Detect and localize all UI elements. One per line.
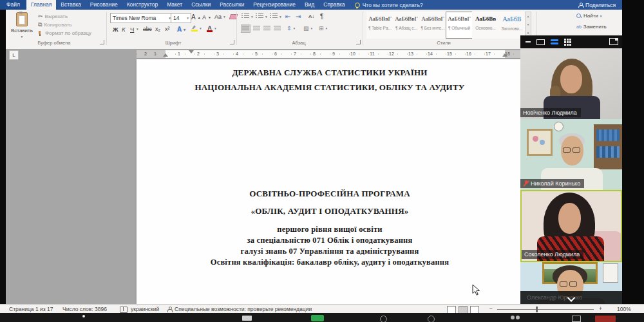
speaker-view-icon[interactable] xyxy=(536,39,545,45)
tab-stop-selector[interactable]: L xyxy=(9,50,19,60)
minimize-icon[interactable] xyxy=(526,41,531,43)
underline-dropdown[interactable]: ▾ xyxy=(137,27,138,31)
taskbar-icon[interactable] xyxy=(511,316,515,319)
borders-button[interactable]: ⊞▾ xyxy=(319,25,327,32)
paste-button[interactable]: Вставить ▾ xyxy=(11,12,33,39)
strikethrough-button[interactable]: abc xyxy=(143,26,152,32)
zoom-slider[interactable] xyxy=(497,309,594,310)
line-spacing-button[interactable]: ⇕▾ xyxy=(287,25,295,32)
styles-gallery-scrollbar[interactable]: ▴▾▾ xyxy=(525,12,531,39)
align-left-button[interactable] xyxy=(242,25,250,32)
doc-heading-2[interactable]: НАЦІОНАЛЬНА АКАДЕМІЯ СТАТИСТИКИ, ОБЛІКУ … xyxy=(137,82,523,93)
page-indicator[interactable]: Страница 1 из 17 xyxy=(9,306,53,312)
taskbar-icon[interactable] xyxy=(242,316,252,321)
cut-button[interactable]: ✂ Вырезать xyxy=(38,14,68,19)
language-indicator[interactable]: украинский xyxy=(131,306,159,312)
taskbar-icon[interactable] xyxy=(572,316,581,322)
doc-heading-1[interactable]: ДЕРЖАВНА СЛУЖБА СТАТИСТИКИ УКРАЇНИ xyxy=(137,68,523,78)
highlight-button[interactable]: ▾ xyxy=(191,25,202,32)
zoom-slider-thumb[interactable] xyxy=(536,307,538,312)
multilevel-list-button[interactable]: ▾ xyxy=(270,14,281,19)
zoom-percentage[interactable]: 100% xyxy=(617,306,631,312)
taskbar-icon[interactable] xyxy=(311,315,324,321)
subscript-button[interactable]: x₂ xyxy=(155,26,160,32)
accessibility-icon[interactable] xyxy=(167,307,172,312)
popout-icon[interactable] xyxy=(609,38,618,45)
font-color-button[interactable]: А▾ xyxy=(207,25,216,32)
superscript-button[interactable]: x² xyxy=(165,26,170,32)
first-line-indent-marker[interactable] xyxy=(189,50,194,53)
align-center-button[interactable] xyxy=(253,26,260,32)
tab-review[interactable]: Рецензирование xyxy=(249,0,300,10)
doc-title-1[interactable]: ОСВІТНЬО-ПРОФЕСІЙНА ПРОГРАМА xyxy=(137,189,523,199)
video-tile-2[interactable]: Николай Коринько xyxy=(520,119,622,190)
justify-button[interactable] xyxy=(274,26,281,32)
doc-line-1[interactable]: першого рівня вищої освіти xyxy=(137,225,523,234)
share-button[interactable]: Поделиться xyxy=(572,0,622,10)
zoom-out-button[interactable]: − xyxy=(489,305,493,312)
decrease-indent-button[interactable]: ⇤ xyxy=(285,13,290,20)
copy-button[interactable]: ⧉ Копировать xyxy=(38,22,72,28)
tab-references[interactable]: Ссылки xyxy=(187,0,215,10)
pilcrow-button[interactable]: ¶ xyxy=(320,13,323,20)
font-size-combo[interactable]: 14▾ xyxy=(171,13,191,23)
video-tile-1[interactable]: Новіченко Людмила xyxy=(520,48,622,119)
sort-button[interactable]: А↓ xyxy=(308,14,314,19)
shading-button[interactable]: ▨▾ xyxy=(303,25,312,32)
horizontal-ruler[interactable]: 21123456789101112131415161718 xyxy=(137,50,523,58)
paragraph-dialog-launcher[interactable] xyxy=(356,40,361,44)
style-card-table[interactable]: АаБбВвГ ¶ Table Pa... xyxy=(366,12,393,39)
font-dialog-launcher[interactable] xyxy=(230,40,234,44)
tab-view[interactable]: Вид xyxy=(300,0,319,10)
proofing-icon[interactable] xyxy=(120,307,128,313)
clipboard-dialog-launcher[interactable] xyxy=(100,40,104,44)
underline-button[interactable]: Ч xyxy=(130,26,134,33)
format-painter-button[interactable]: Формат по образцу xyxy=(38,30,91,36)
numbered-list-button[interactable]: ▾ xyxy=(256,14,267,19)
taskbar-icon[interactable] xyxy=(82,315,85,317)
style-card-paragraph[interactable]: АаБбВвГ ¶ Абзац с... xyxy=(393,12,420,39)
tab-layout[interactable]: Макет xyxy=(162,0,187,10)
style-card-heading[interactable]: АаБбВ Заголово... xyxy=(498,12,526,39)
document-page[interactable]: ДЕРЖАВНА СЛУЖБА СТАТИСТИКИ УКРАЇНИ НАЦІО… xyxy=(137,59,523,304)
taskbar-icon[interactable] xyxy=(428,316,435,322)
gallery-strip-icon[interactable] xyxy=(551,39,558,45)
word-count[interactable]: Число слов: 3896 xyxy=(62,306,107,312)
tab-design[interactable]: Конструктор xyxy=(122,0,162,10)
grid-view-icon[interactable] xyxy=(564,39,571,46)
text-effects-button[interactable]: A▾ xyxy=(177,26,185,33)
tab-insert[interactable]: Вставка xyxy=(56,0,86,10)
accessibility-status[interactable]: Специальные возможности: проверьте реком… xyxy=(175,306,312,312)
video-tile-3[interactable]: Соколенко Людмила xyxy=(520,190,622,262)
style-card-no-spacing[interactable]: АаБбВвГ ¶ Без инте... xyxy=(419,12,446,39)
zoom-in-button[interactable]: + xyxy=(599,305,602,312)
font-name-combo[interactable]: Times New Roma▾ xyxy=(110,13,173,23)
change-case-button[interactable]: Aa▾ xyxy=(214,14,225,20)
leave-meeting-button[interactable] xyxy=(595,316,616,322)
align-right-button[interactable] xyxy=(263,26,270,32)
doc-line-3[interactable]: галузі знань 07 Управління та адміністру… xyxy=(137,247,523,256)
left-indent-marker[interactable] xyxy=(163,53,168,57)
bold-button[interactable]: Ж xyxy=(113,26,118,33)
taskbar-icon[interactable] xyxy=(380,316,387,322)
video-tile-4[interactable]: Олександр Юрченко xyxy=(520,262,622,305)
tab-mailings[interactable]: Рассылки xyxy=(215,0,249,10)
italic-button[interactable]: К xyxy=(122,26,126,33)
style-card-normal[interactable]: АаБбВвГ ¶ Обычный xyxy=(446,12,473,39)
grow-font-button[interactable]: A▲ xyxy=(191,14,201,21)
find-button[interactable]: Найти▾ xyxy=(576,13,602,19)
doc-title-2[interactable]: «ОБЛІК, АУДИТ І ОПОДАТКУВАННЯ» xyxy=(137,206,523,216)
tab-home[interactable]: Главная xyxy=(26,0,56,10)
shrink-font-button[interactable]: A▼ xyxy=(202,14,211,21)
replace-button[interactable]: ab Заменить xyxy=(576,24,607,30)
style-card-body[interactable]: АаБбВв Основно... xyxy=(472,12,499,39)
tab-help[interactable]: Справка xyxy=(319,0,349,10)
tab-draw[interactable]: Рисование xyxy=(86,0,122,10)
bullet-list-button[interactable]: ▾ xyxy=(242,14,253,19)
doc-line-4[interactable]: Освітня кваліфікація: бакалавр обліку, а… xyxy=(137,258,523,267)
tab-file[interactable]: Файл xyxy=(0,0,26,10)
doc-line-2[interactable]: за спеціальністю 071 Облік і оподаткуван… xyxy=(137,236,523,245)
font-group-label: Шрифт xyxy=(141,40,205,46)
increase-indent-button[interactable]: ⇥ xyxy=(296,13,301,20)
tell-me-box[interactable]: Что вы хотите сделать? xyxy=(350,0,428,10)
